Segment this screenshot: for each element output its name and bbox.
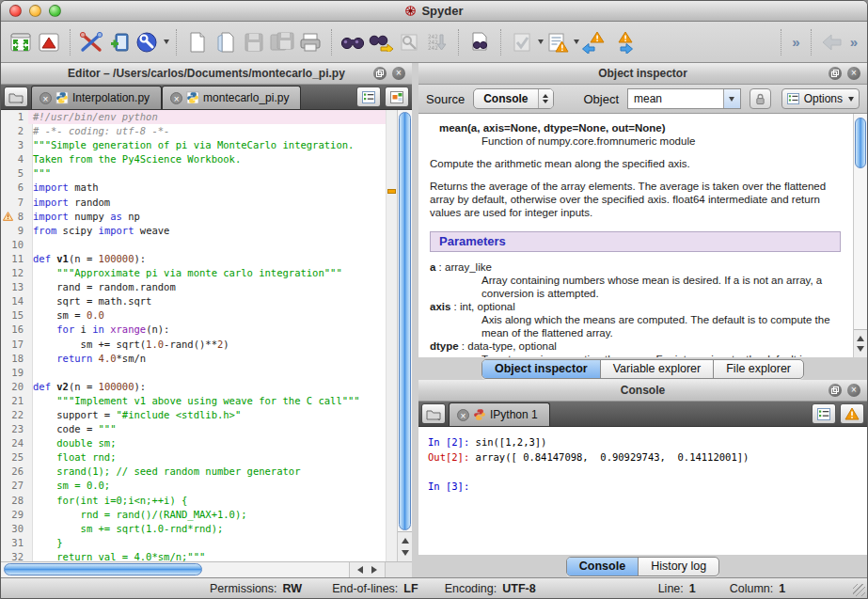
tab-ipython-1[interactable]: ×IPython 1 [449, 402, 550, 426]
console-undock-icon[interactable] [829, 384, 842, 397]
console-prompt: In [2]: [428, 436, 476, 448]
line-number: 10 [1, 238, 28, 252]
find-replace-button[interactable] [395, 28, 423, 56]
tab-montecarlo-pi-py[interactable]: ×montecarlo_pi.py [162, 86, 301, 109]
back-button[interactable] [818, 28, 846, 56]
code-line: 28 for(int i=0;i<n;++i) { [1, 494, 386, 508]
code-line: 5""" [1, 166, 386, 181]
console-tabs: ×IPython 1 [449, 402, 550, 426]
hscrollbar-thumb[interactable] [4, 563, 202, 575]
code-line: 1#!/usr/bin/env python [1, 110, 386, 124]
find-button[interactable] [339, 28, 367, 56]
code-line: 8import numpy as np [1, 210, 386, 224]
toolbar-overflow-chevron-2[interactable]: » [846, 34, 861, 50]
console-output[interactable]: In [2]: sin([1,2,3])Out[2]: array([ 0.84… [418, 427, 867, 555]
inspector-close-icon[interactable]: × [847, 67, 860, 80]
minimize-window-button[interactable] [29, 5, 41, 17]
editor-pane: Editor – /Users/carlos/Documents/monteca… [1, 63, 412, 577]
next-warning-button[interactable] [608, 28, 636, 56]
line-number: 17 [1, 338, 28, 352]
previous-warning-button[interactable] [579, 28, 608, 56]
resize-grip[interactable] [853, 584, 865, 596]
vertical-splitter[interactable] [412, 63, 418, 577]
maximize-pane-button[interactable] [7, 28, 35, 56]
scroll-left-icon[interactable] [357, 566, 363, 574]
console-prompt: Out[2]: [428, 451, 476, 463]
split-layout-button[interactable] [385, 87, 409, 107]
tab-close-icon[interactable]: × [170, 92, 182, 104]
code-line: 18 return 4.0*sm/n [1, 352, 386, 366]
doc-scrollbar-thumb[interactable] [855, 118, 866, 168]
scroll-up-icon[interactable] [402, 538, 409, 544]
doc-vertical-scrollbar[interactable] [853, 114, 867, 357]
tab-interpolation-py[interactable]: ×Interpolation.py [31, 86, 162, 109]
new-file-button[interactable] [183, 28, 212, 56]
tab-close-icon[interactable]: × [39, 92, 52, 104]
code-line: 31 } [1, 536, 386, 550]
object-combobox[interactable]: mean [627, 88, 741, 109]
find-next-button[interactable] [367, 28, 395, 56]
status-end-of-lines: End-of-lines:LF [332, 582, 418, 595]
editor-options-button[interactable] [356, 87, 381, 107]
console-close-icon[interactable]: × [847, 384, 860, 397]
scrollbar-thumb[interactable] [399, 112, 411, 530]
spyder-app-icon [404, 5, 417, 17]
line-number: 25 [1, 450, 28, 465]
source-label: Source [426, 92, 465, 106]
save-all-button[interactable] [268, 28, 296, 56]
browse-tabs-button[interactable] [4, 87, 28, 107]
warning-flag-marker[interactable] [387, 189, 396, 194]
find-in-files-button[interactable] [466, 28, 494, 56]
editor-horizontal-scrollbar[interactable] [1, 561, 412, 577]
warnings-list-button[interactable] [544, 28, 572, 56]
line-number: 29 [1, 508, 28, 522]
code-lines[interactable]: 1#!/usr/bin/env python2# -*- coding: utf… [1, 110, 386, 561]
line-number: 7 [1, 196, 28, 210]
source-popup[interactable]: Console [473, 88, 553, 109]
console-warning-button[interactable] [840, 403, 864, 424]
save-button[interactable] [240, 28, 268, 56]
close-window-button[interactable] [9, 5, 22, 17]
preferences-dropdown-arrow[interactable] [164, 39, 169, 44]
goto-line-button[interactable]: 242242242 [423, 28, 451, 56]
tab-variable-explorer[interactable]: Variable explorer [601, 360, 715, 378]
code-line: 17 sm += sqrt(1.0-rand()**2) [1, 338, 386, 352]
line-number: 23 [1, 422, 28, 436]
tools-button[interactable] [77, 28, 105, 56]
code-line: 24 double sm; [1, 436, 386, 450]
print-button[interactable] [296, 28, 324, 56]
combo-dropdown-icon[interactable] [723, 89, 740, 108]
pythonpath-manager-button[interactable] [105, 28, 134, 56]
toolbar-overflow-chevron[interactable]: » [788, 34, 803, 50]
tab-console[interactable]: Console [567, 558, 639, 575]
todo-list-button[interactable] [508, 28, 536, 56]
zoom-window-button[interactable] [49, 5, 61, 17]
python-file-icon [55, 91, 69, 104]
scroll-right-icon[interactable] [371, 566, 377, 574]
console-browse-tabs-button[interactable] [421, 403, 446, 424]
open-file-button[interactable] [212, 28, 240, 56]
editor-undock-icon[interactable] [373, 67, 387, 80]
scroll-down-icon[interactable] [402, 550, 409, 556]
inspector-undock-icon[interactable] [829, 67, 842, 80]
code-line: 4Taken from the Py4Science Workbook. [1, 152, 386, 166]
code-line: 29 rnd = rand()/(RAND_MAX+1.0); [1, 508, 386, 522]
doc-viewer: mean(a, axis=None, dtype=None, out=None)… [418, 114, 867, 357]
console-options-button[interactable] [812, 403, 836, 424]
tab-history-log[interactable]: History log [639, 558, 718, 575]
spyder-layout-button[interactable] [35, 28, 63, 56]
code-editor[interactable]: 1#!/usr/bin/env python2# -*- coding: utf… [1, 110, 412, 561]
doc-scroll-up-icon[interactable] [857, 336, 864, 341]
line-warning-icon[interactable] [3, 212, 13, 221]
tab-object-inspector[interactable]: Object inspector [482, 360, 601, 378]
tab-close-icon[interactable]: × [457, 409, 469, 421]
main-toolbar: 242242242 » » [1, 22, 867, 63]
tab-file-explorer[interactable]: File explorer [714, 360, 803, 378]
editor-close-icon[interactable]: × [392, 67, 405, 80]
doc-scroll-down-icon[interactable] [857, 346, 864, 352]
preferences-button[interactable] [134, 28, 162, 56]
options-button[interactable]: Options [781, 88, 860, 109]
editor-vertical-scrollbar[interactable] [397, 110, 412, 561]
console-tab-bar: ×IPython 1 [418, 402, 867, 427]
lock-button[interactable] [750, 88, 771, 109]
